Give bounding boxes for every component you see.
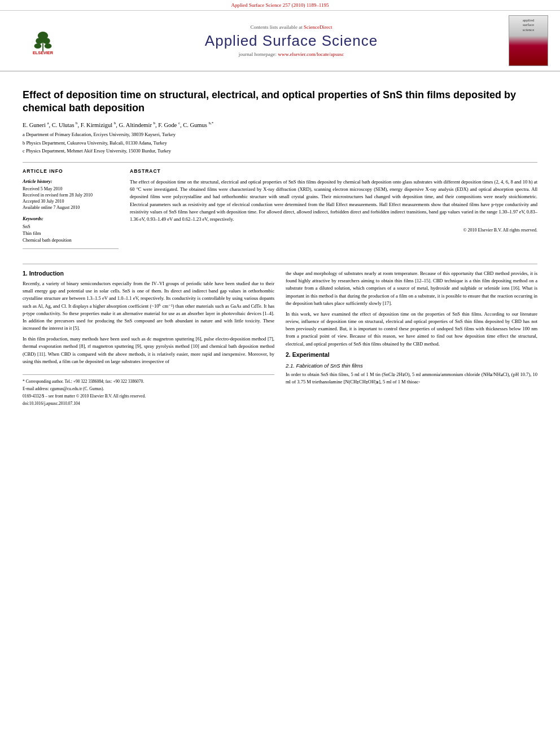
- paper-title: Effect of deposition time on structural,…: [23, 89, 537, 115]
- accepted-date: Accepted 30 July 2010: [23, 199, 119, 204]
- article-info-heading: ARTICLE INFO: [23, 168, 119, 174]
- paper-body: Effect of deposition time on structural,…: [0, 72, 560, 417]
- left-column: 1. Introduction Recently, a variety of b…: [23, 270, 274, 406]
- journal-reference-bar: Applied Surface Science 257 (2010) 1189–…: [0, 0, 560, 11]
- revised-date: Received in revised form 28 July 2010: [23, 193, 119, 198]
- history-label: Article history:: [23, 178, 119, 184]
- affiliations: a Department of Primary Education, Erciy…: [23, 131, 537, 155]
- svg-text:ELSEVIER: ELSEVIER: [33, 50, 54, 55]
- homepage-line: journal homepage: www.elsevier.com/locat…: [82, 51, 500, 57]
- article-info-panel: ARTICLE INFO Article history: Received 5…: [23, 168, 119, 255]
- experimental-heading: 2. Experimental: [286, 351, 537, 358]
- intro-paragraph-2: In thin film production, many methods ha…: [23, 335, 274, 365]
- cover-label-applied: applied: [523, 18, 535, 23]
- introduction-heading: 1. Introduction: [23, 270, 274, 277]
- fabrication-subheading: 2.1. Fabrication of SnS thin films: [286, 362, 537, 369]
- authors-line: E. Guneri a, C. Ulutas b, F. Kirmizigul …: [23, 121, 537, 128]
- journal-header: ELSEVIER Contents lists available at Sci…: [0, 11, 560, 72]
- journal-cover-area: applied surface science: [506, 15, 551, 66]
- footnote-area: * Corresponding author. Tel.: +90 322 33…: [23, 374, 274, 406]
- fabrication-paragraph: In order to obtain SnS thin films, 5 ml …: [286, 371, 537, 386]
- affiliation-c: c Physics Department, Mehmet Akif Ersoy …: [23, 147, 537, 155]
- svg-point-4: [43, 38, 50, 44]
- cover-label-surface: surface: [523, 23, 534, 27]
- divider: [23, 248, 119, 249]
- svg-point-6: [45, 43, 52, 49]
- available-online-date: Available online 7 August 2010: [23, 205, 119, 210]
- cover-label-science: science: [523, 28, 535, 32]
- journal-cover-image: applied surface science: [509, 15, 548, 66]
- journal-title: Applied Surface Science: [82, 32, 500, 50]
- svg-point-3: [36, 38, 43, 44]
- abstract-text: The effect of deposition time on the str…: [130, 178, 537, 223]
- keyword-sns: SnS: [23, 224, 119, 229]
- doi-line: doi:10.1016/j.apsusc.2010.07.104: [23, 401, 274, 406]
- copyright-line: © 2010 Elsevier B.V. All rights reserved…: [130, 228, 537, 233]
- intro-paragraph-4: In this work, we have examined the effec…: [286, 311, 537, 348]
- article-info-abstract-section: ARTICLE INFO Article history: Received 5…: [23, 162, 537, 255]
- journal-reference-text: Applied Surface Science 257 (2010) 1189–…: [231, 2, 329, 8]
- intro-paragraph-1: Recently, a variety of binary semiconduc…: [23, 280, 274, 332]
- main-content: 1. Introduction Recently, a variety of b…: [23, 264, 537, 406]
- intro-paragraph-3: the shape and morphology of substrates n…: [286, 270, 537, 307]
- keyword-thin-film: Thin film: [23, 230, 119, 236]
- email-note: E-mail address: cgumus@cu.edu.tr (C. Gum…: [23, 386, 274, 392]
- contents-line: Contents lists available at ScienceDirec…: [82, 24, 500, 30]
- affiliation-b: b Physics Department, Cukurova Universit…: [23, 139, 537, 147]
- received-date: Received 5 May 2010: [23, 186, 119, 191]
- issn-note: 0169-4332/$ – see front matter © 2010 El…: [23, 393, 274, 399]
- right-column: the shape and morphology of substrates n…: [286, 270, 537, 406]
- journal-center-area: Contents lists available at ScienceDirec…: [82, 24, 500, 57]
- logo-area: ELSEVIER: [9, 27, 77, 55]
- keyword-cbd: Chemical bath deposition: [23, 237, 119, 243]
- abstract-heading: ABSTRACT: [130, 168, 537, 174]
- homepage-url[interactable]: www.elsevier.com/locate/apsusc: [278, 51, 344, 57]
- svg-point-5: [34, 43, 42, 49]
- elsevier-logo-icon: ELSEVIER: [18, 27, 68, 55]
- affiliation-a: a Department of Primary Education, Erciy…: [23, 131, 537, 139]
- corresponding-author-note: * Corresponding author. Tel.: +90 322 33…: [23, 378, 274, 385]
- sciencedirect-link[interactable]: ScienceDirect: [304, 24, 332, 30]
- abstract-panel: ABSTRACT The effect of deposition time o…: [130, 168, 537, 255]
- keywords-label: Keywords:: [23, 216, 119, 221]
